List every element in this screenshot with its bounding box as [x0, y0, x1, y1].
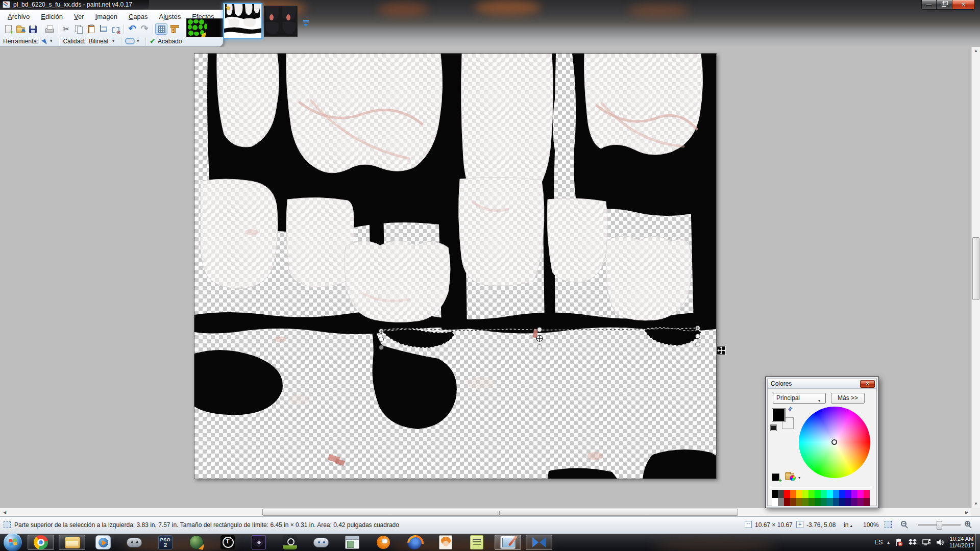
palette-swatch[interactable] [802, 490, 808, 498]
quality-value[interactable]: Bilineal [88, 38, 108, 45]
action-center-flag-icon[interactable] [894, 538, 903, 547]
quality-dropdown-icon[interactable]: ▾ [112, 39, 114, 43]
taskbar-item-pso2[interactable]: PSO2 [152, 535, 179, 550]
palette-swatch[interactable] [827, 490, 833, 498]
add-color-button[interactable] [772, 473, 779, 481]
secondary-color-swatch[interactable] [770, 424, 777, 431]
units-dropdown[interactable]: in ▴ [844, 521, 852, 529]
palette-swatch[interactable] [778, 498, 784, 506]
palette-swatch[interactable] [857, 490, 864, 498]
palette-swatch[interactable] [784, 490, 790, 498]
show-hidden-icons-arrow[interactable]: ▴ [887, 540, 890, 545]
zoom-in-icon[interactable] [965, 521, 970, 527]
palette-swatch[interactable] [796, 498, 802, 506]
taskbar-item-steam[interactable] [277, 535, 303, 550]
taskbar-item-anime[interactable] [432, 535, 459, 550]
palette-swatch[interactable] [815, 490, 821, 498]
palette-swatch[interactable] [772, 490, 778, 498]
palette-swatch[interactable] [802, 498, 808, 506]
palette-swatch[interactable] [815, 498, 821, 506]
palette-swatch[interactable] [839, 498, 845, 506]
tool-dropdown-icon[interactable]: ▾ [50, 39, 52, 43]
grid-button[interactable] [155, 23, 167, 35]
taskbar-item-chrome[interactable] [28, 535, 54, 550]
swap-colors-icon[interactable]: ⇅ [787, 406, 794, 413]
scroll-right-icon[interactable]: ▶ [964, 510, 969, 515]
minimize-button[interactable]: — [921, 0, 937, 10]
palette-swatch[interactable] [778, 490, 784, 498]
volume-icon[interactable] [936, 538, 945, 547]
clock[interactable]: 10:24 AM 11/4/2017 [949, 536, 974, 549]
menu-archivo[interactable]: Archivo [2, 13, 35, 20]
palette-folder-icon[interactable] [785, 473, 794, 480]
taskbar-item-note[interactable] [463, 535, 490, 550]
image-tab-dark-texture[interactable] [264, 6, 298, 37]
zoom-out-icon[interactable] [901, 521, 906, 527]
palette-swatch[interactable] [821, 498, 827, 506]
selection-dropdown-icon[interactable]: ▾ [137, 39, 139, 43]
palette-swatch[interactable] [851, 490, 857, 498]
taskbar-item-winform[interactable] [339, 535, 365, 550]
zoom-slider[interactable] [918, 524, 961, 526]
deselect-button[interactable] [109, 23, 121, 35]
color-wheel-selector[interactable] [831, 439, 837, 445]
palette-swatch[interactable] [772, 498, 778, 506]
start-button[interactable] [3, 534, 22, 551]
taskbar-item-jd[interactable] [183, 535, 210, 550]
language-indicator[interactable]: ES [874, 539, 883, 546]
vertical-scrollbar-thumb[interactable] [972, 237, 979, 300]
show-desktop-button[interactable] [975, 534, 980, 551]
menu-ajustes[interactable]: Ajustes [154, 13, 187, 20]
copy-button[interactable] [72, 23, 85, 35]
scroll-down-icon[interactable]: ▼ [972, 502, 980, 506]
new-button[interactable] [2, 23, 14, 35]
redo-button[interactable]: ↷ [138, 23, 151, 35]
image-tab-current-selected[interactable]: ★ [223, 3, 262, 39]
palette-dropdown-icon[interactable]: ▾ [798, 475, 800, 480]
palette-swatch[interactable] [790, 490, 796, 498]
save-button[interactable] [27, 23, 39, 35]
image-list-chevron-icon[interactable] [302, 19, 311, 28]
menu-edicion[interactable]: Edición [35, 13, 68, 20]
more-button[interactable]: Más >> [831, 393, 865, 404]
taskbar-item-blender[interactable] [370, 535, 397, 550]
horizontal-scrollbar[interactable]: ◀ ▶ [0, 508, 971, 516]
taskbar-item-wmp[interactable] [90, 535, 116, 550]
palette-swatch[interactable] [833, 490, 839, 498]
finish-check-icon[interactable]: ✔ [150, 37, 155, 45]
fit-to-window-icon[interactable] [885, 521, 892, 528]
cut-button[interactable]: ✂ [60, 23, 72, 35]
taskbar-item-vs[interactable] [526, 535, 552, 550]
colors-close-button[interactable]: ✕ [860, 380, 875, 388]
palette-swatch[interactable] [851, 498, 857, 506]
undo-button[interactable]: ↶ [126, 23, 138, 35]
dropbox-icon[interactable] [908, 538, 917, 547]
print-button[interactable] [43, 23, 56, 35]
crop-button[interactable] [97, 23, 109, 35]
palette-swatch[interactable] [827, 498, 833, 506]
palette-swatch[interactable] [790, 498, 796, 506]
vertical-scrollbar[interactable]: ▲ ▼ [971, 47, 980, 508]
network-icon[interactable] [922, 538, 931, 547]
taskbar-item-ctrl2[interactable] [308, 535, 334, 550]
taskbar-item-pdn[interactable] [495, 535, 521, 550]
selection-mode-icon[interactable] [125, 38, 135, 44]
palette-swatch[interactable] [864, 490, 870, 498]
canvas-image[interactable] [194, 53, 717, 479]
image-tab-green-texture[interactable] [186, 18, 224, 37]
taskbar-item-tl[interactable]: T [214, 535, 241, 550]
palette-swatch[interactable] [821, 490, 827, 498]
scroll-left-icon[interactable]: ◀ [2, 510, 7, 515]
scroll-up-icon[interactable]: ▲ [972, 48, 980, 53]
primary-color-swatch[interactable] [772, 408, 786, 422]
palette-swatch[interactable] [839, 490, 845, 498]
palette-swatch[interactable] [833, 498, 839, 506]
zoom-slider-thumb[interactable] [937, 521, 942, 530]
palette-swatch[interactable] [857, 498, 864, 506]
palette-swatch[interactable] [845, 490, 851, 498]
taskbar-item-firefox[interactable] [401, 535, 428, 550]
palette-swatch[interactable] [784, 498, 790, 506]
palette-swatch[interactable] [808, 490, 815, 498]
taskbar-item-ctrl1[interactable] [121, 535, 148, 550]
move-tool-icon[interactable] [42, 38, 50, 44]
